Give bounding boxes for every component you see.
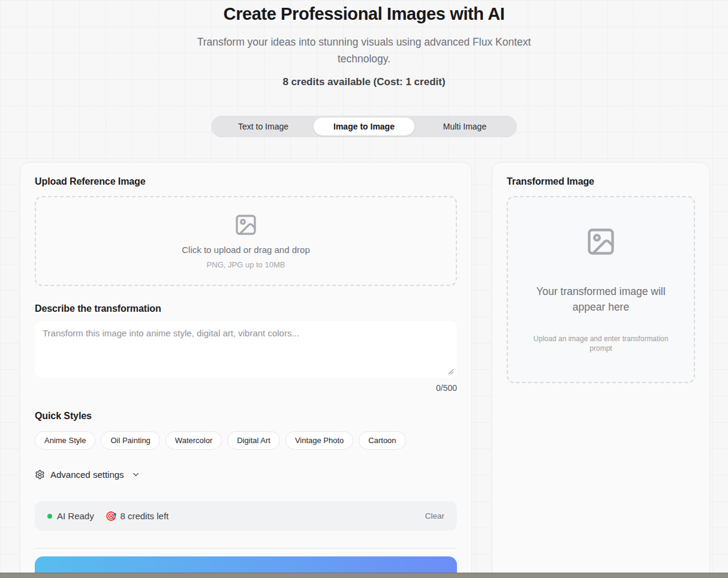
credits-chip: 🎯 8 credits left [106, 511, 169, 522]
ai-ready-label: AI Ready [57, 511, 94, 521]
page-subtitle: Transform your ideas into stunning visua… [175, 34, 553, 67]
hero-section: Create Professional Images with AI Trans… [0, 0, 728, 88]
quick-styles-pills: Anime Style Oil Painting Watercolor Digi… [35, 431, 457, 450]
ai-ready-dot [47, 514, 52, 519]
divider [35, 548, 457, 549]
style-pill-oil-painting[interactable]: Oil Painting [101, 431, 160, 450]
mode-tabs: Text to Image Image to Image Multi Image [211, 116, 517, 137]
result-empty-state: Your transformed image will appear here … [507, 196, 695, 383]
char-count: 0/500 [35, 383, 457, 393]
prompt-textarea-wrap [35, 321, 457, 378]
status-bar: AI Ready 🎯 8 credits left Clear [35, 501, 457, 531]
style-pill-vintage-photo[interactable]: Vintage Photo [285, 431, 353, 450]
quick-styles-label: Quick Styles [35, 411, 457, 422]
advanced-settings-label: Advanced settings [50, 469, 124, 480]
upload-panel-title: Upload Reference Image [35, 176, 457, 187]
prompt-section: Describe the transformation 0/500 [35, 303, 457, 393]
dropzone-primary-text: Click to upload or drag and drop [182, 245, 309, 255]
clear-button[interactable]: Clear [425, 511, 444, 520]
result-panel: Transformed Image Your transformed image… [492, 162, 710, 578]
desktop-edge-strip [0, 573, 728, 578]
style-pill-cartoon[interactable]: Cartoon [359, 431, 405, 450]
style-pill-watercolor[interactable]: Watercolor [166, 431, 222, 450]
credits-left-label: 8 credits left [120, 511, 169, 521]
result-primary-text: Your transformed image will appear here [529, 284, 673, 315]
style-pill-digital-art[interactable]: Digital Art [227, 431, 280, 450]
target-icon: 🎯 [106, 511, 117, 522]
main-content: Upload Reference Image Click to upload o… [20, 162, 710, 578]
quick-styles-section: Quick Styles Anime Style Oil Painting Wa… [35, 411, 457, 450]
upload-panel: Upload Reference Image Click to upload o… [20, 162, 472, 578]
tab-multi-image[interactable]: Multi Image [414, 118, 515, 136]
gear-icon [35, 469, 45, 480]
image-icon [234, 213, 258, 237]
prompt-input[interactable] [35, 321, 457, 378]
prompt-label: Describe the transformation [35, 303, 457, 314]
result-panel-title: Transformed Image [507, 176, 695, 187]
tab-image-to-image[interactable]: Image to Image [314, 118, 414, 136]
dropzone-secondary-text: PNG, JPG up to 10MB [207, 260, 285, 269]
result-secondary-text: Upload an image and enter transformation… [526, 334, 676, 353]
credits-available-text: 8 credits available (Cost: 1 credit) [0, 76, 728, 88]
style-pill-anime[interactable]: Anime Style [35, 431, 95, 450]
advanced-settings-toggle[interactable]: Advanced settings [35, 469, 140, 480]
upload-dropzone[interactable]: Click to upload or drag and drop PNG, JP… [35, 196, 457, 286]
page-title: Create Professional Images with AI [0, 4, 728, 24]
tab-text-to-image[interactable]: Text to Image [213, 118, 314, 136]
chevron-down-icon [131, 470, 140, 479]
image-icon [585, 226, 616, 257]
